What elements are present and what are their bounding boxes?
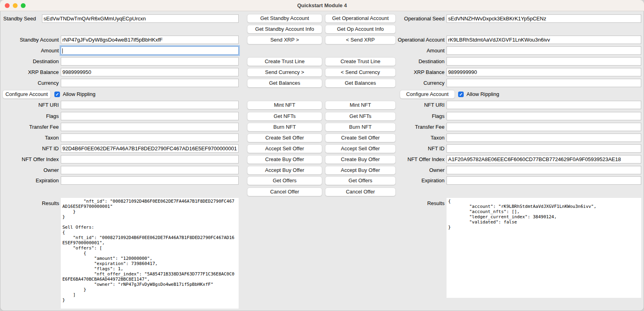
operational-seed-label: Operational Seed [386,14,445,23]
operational-accept-buy-offer-button[interactable]: Accept Buy Offer [325,166,396,175]
standby-expiration-field[interactable] [61,176,239,185]
standby-cancel-offer-button[interactable]: Cancel Offer [247,187,322,196]
standby-account-label: Standby Account [0,36,59,44]
standby-allow-rippling-checkbox[interactable] [54,92,60,97]
standby-send-currency-button[interactable]: Send Currency > [247,68,322,77]
standby-create-sell-offer-button[interactable]: Create Sell Offer [247,134,322,142]
operational-owner-label: Owner [386,166,445,174]
operational-get-offers-button[interactable]: Get Offers [325,176,396,185]
operational-results-textarea[interactable]: { "account": "rK9LBRhStdmtAaVdJXGVF1LnKW… [447,198,641,298]
standby-mint-nft-button[interactable]: Mint NFT [247,101,322,110]
get-operational-account-button[interactable]: Get Operational Account [325,14,396,23]
operational-allow-rippling-label: Allow Rippling [467,90,499,98]
standby-currency-field[interactable] [61,79,239,87]
operational-allow-rippling-checkbox[interactable] [458,92,464,97]
operational-destination-field[interactable] [447,57,641,66]
standby-nft-id-label: NFT ID [0,144,59,153]
operational-get-balances-button[interactable]: Get Balances [325,79,396,88]
operational-transfer-fee-label: Transfer Fee [386,123,445,131]
operational-taxon-field[interactable] [447,134,641,142]
standby-accept-buy-offer-button[interactable]: Accept Buy Offer [247,166,322,175]
operational-amount-field[interactable] [447,46,641,55]
standby-allow-rippling-label: Allow Rippling [63,90,96,98]
operational-xrp-balance-label: XRP Balance [386,68,445,76]
standby-owner-field[interactable] [61,166,239,174]
standby-transfer-fee-label: Transfer Fee [0,123,59,131]
standby-expiration-label: Expiration [0,176,59,185]
operational-destination-label: Destination [386,57,445,66]
standby-flags-field[interactable] [61,112,239,120]
operational-expiration-field[interactable] [447,176,641,185]
get-op-account-info-button[interactable]: Get Op Account Info [325,25,396,34]
operational-transfer-fee-field[interactable] [447,123,641,131]
operational-cancel-offer-button[interactable]: Cancel Offer [325,187,396,196]
operational-nft-uri-field[interactable] [447,101,641,109]
standby-account-field[interactable]: rNP47gJFvDyW8gsDo4weB17if5pBbHKxfF [61,36,239,44]
operational-currency-field[interactable] [447,79,641,87]
standby-currency-label: Currency [0,79,59,87]
standby-flags-label: Flags [0,112,59,120]
operational-flags-field[interactable] [447,112,641,120]
operational-burn-nft-button[interactable]: Burn NFT [325,123,396,132]
minimize-icon[interactable] [13,3,18,8]
operational-seed-field[interactable]: sEdVNNZHWvDxpck3EkBKrK1Yp5pCENz [447,14,641,23]
operational-account-label: Operational Account [386,36,445,44]
standby-taxon-field[interactable] [61,134,239,142]
standby-destination-field[interactable] [61,57,239,66]
zoom-icon[interactable] [21,3,26,8]
standby-xrp-balance-label: XRP Balance [0,68,59,76]
close-icon[interactable] [5,3,10,8]
operational-amount-label: Amount [386,46,445,55]
standby-nft-id-field[interactable]: 92D4B6F0EE062DE7FA46A7B1F8DED2790FC467AD… [61,144,239,153]
operational-nft-offer-index-field[interactable]: A1F20A95782A8E06EEC6F6060CD77BCB7724629F… [447,155,641,163]
standby-results-textarea[interactable]: "nft_id": "0008271092D4B6F0EE062DE7FA46A… [61,198,239,309]
text-cursor [62,48,63,54]
operational-account-field[interactable]: rK9LBRhStdmtAaVdJXGVF1LnKWou3n6ivv [447,36,641,44]
standby-get-offers-button[interactable]: Get Offers [247,176,322,185]
operational-mint-nft-button[interactable]: Mint NFT [325,101,396,110]
standby-seed-field[interactable]: sEdVwTNDwTmQArR6xGMmUyqECpUrcxn [42,14,239,23]
operational-flags-label: Flags [386,112,445,120]
standby-create-buy-offer-button[interactable]: Create Buy Offer [247,155,322,164]
standby-nft-uri-field[interactable] [61,101,239,109]
standby-send-xrp-button[interactable]: Send XRP > [247,36,322,44]
standby-owner-label: Owner [0,166,59,174]
standby-destination-label: Destination [0,57,59,66]
operational-accept-sell-offer-button[interactable]: Accept Sell Offer [325,144,396,153]
standby-get-balances-button[interactable]: Get Balances [247,79,322,88]
standby-transfer-fee-field[interactable] [61,123,239,131]
standby-get-nfts-button[interactable]: Get NFTs [247,112,322,121]
titlebar: Quickstart Module 4 [0,0,644,11]
app-window: Quickstart Module 4 Standby Seed sEdVwTN… [0,0,644,311]
standby-nft-offer-index-label: NFT Offer Index [0,155,59,163]
operational-nft-offer-index-label: NFT Offer Index [386,155,445,163]
standby-results-label: Results [20,199,59,207]
operational-expiration-label: Expiration [386,176,445,185]
operational-owner-field[interactable] [447,166,641,174]
operational-send-xrp-button[interactable]: < Send XRP [325,36,396,44]
operational-create-sell-offer-button[interactable]: Create Sell Offer [325,134,396,142]
standby-configure-account-button[interactable]: Configure Account [2,90,51,99]
operational-nft-uri-label: NFT URI [386,101,445,109]
standby-nft-uri-label: NFT URI [0,101,59,109]
standby-accept-sell-offer-button[interactable]: Accept Sell Offer [247,144,322,153]
operational-send-currency-button[interactable]: < Send Currency [325,68,396,77]
standby-nft-offer-index-field[interactable] [61,155,239,163]
standby-create-trust-line-button[interactable]: Create Trust Line [247,57,322,66]
standby-xrp-balance-field[interactable]: 9989999950 [61,68,239,76]
standby-amount-field[interactable] [61,46,239,55]
operational-nft-id-label: NFT ID [386,144,445,153]
standby-taxon-label: Taxon [0,134,59,142]
get-standby-account-info-button[interactable]: Get Standby Account Info [247,25,322,34]
operational-create-trust-line-button[interactable]: Create Trust Line [325,57,396,66]
standby-burn-nft-button[interactable]: Burn NFT [247,123,322,132]
operational-configure-account-button[interactable]: Configure Account [400,90,455,99]
operational-nft-id-field[interactable] [447,144,641,153]
operational-xrp-balance-field[interactable]: 9899999990 [447,68,641,76]
get-standby-account-button[interactable]: Get Standby Account [247,14,322,23]
operational-get-nfts-button[interactable]: Get NFTs [325,112,396,121]
operational-taxon-label: Taxon [386,134,445,142]
standby-seed-label: Standby Seed [0,14,36,23]
operational-create-buy-offer-button[interactable]: Create Buy Offer [325,155,396,164]
window-title: Quickstart Module 4 [0,0,644,11]
